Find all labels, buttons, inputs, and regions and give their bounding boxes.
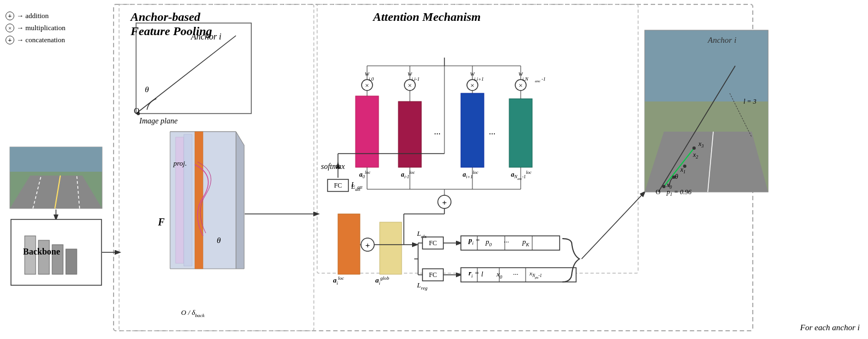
svg-marker-107 [645, 132, 768, 192]
svg-rect-2 [317, 4, 638, 273]
svg-text:FC: FC [334, 182, 342, 189]
backbone-label: Backbone [23, 247, 60, 257]
svg-text:w: w [408, 70, 412, 77]
delta-back-label: O / δback [181, 308, 205, 318]
svg-point-36 [515, 80, 526, 91]
o-plane-label: O [134, 107, 139, 116]
svg-line-11 [77, 176, 80, 208]
svg-text:w: w [365, 70, 369, 77]
svg-rect-7 [10, 147, 102, 172]
svg-point-113 [692, 146, 696, 150]
svg-line-104 [582, 192, 645, 259]
legend-addition-text: → addition [16, 10, 49, 22]
svg-rect-77 [380, 222, 402, 274]
legend-concatenation: + → concatenation [5, 34, 65, 46]
right-anchor-title: Anchor i [708, 36, 736, 45]
l-cls-label: Lcls [417, 229, 426, 239]
anchor-i-label: Anchor i [191, 32, 222, 42]
svg-text:i,N: i,N [522, 76, 529, 82]
svg-rect-29 [509, 99, 532, 167]
svg-rect-92 [422, 269, 443, 281]
svg-text:...: ... [489, 127, 495, 136]
for-each-label: For each anchor i [800, 323, 860, 332]
svg-marker-8 [10, 176, 102, 208]
svg-rect-17 [66, 249, 77, 274]
svg-rect-1 [119, 4, 314, 331]
xN-cell: xNpts-1 [529, 270, 542, 279]
p0-label: p0 [486, 238, 492, 247]
svg-line-4 [136, 36, 236, 114]
theta-feat-label: θ [217, 236, 221, 245]
svg-rect-0 [114, 4, 753, 331]
svg-rect-105 [645, 30, 768, 192]
attn-title: Attention Mechanism [373, 10, 481, 24]
svg-text:+: + [442, 198, 447, 207]
a-i-glob-label: aiglob [375, 275, 389, 286]
f-label: F [158, 217, 165, 228]
bar0-label: a0loc [351, 170, 379, 179]
svg-marker-19 [170, 132, 244, 145]
svg-marker-21 [170, 132, 236, 269]
legend-multiplication: × → multiplication [5, 22, 65, 34]
proj-label: proj. [173, 159, 187, 168]
svg-text:...: ... [434, 127, 441, 136]
svg-text:FC: FC [429, 271, 437, 279]
svg-text:anc: anc [535, 79, 541, 83]
svg-rect-71 [328, 179, 348, 191]
l-att-label: Latt [351, 182, 360, 192]
r-dots: ··· [513, 270, 518, 279]
svg-text:×: × [408, 81, 412, 89]
multiplication-icon: × [5, 24, 14, 32]
x3-label: x3 [698, 140, 704, 149]
svg-rect-15 [38, 240, 49, 274]
svg-text:+: + [365, 241, 370, 250]
svg-point-32 [404, 80, 415, 91]
o-right-label: O [656, 188, 661, 196]
svg-point-66 [438, 195, 451, 208]
theta-right-label: θ [675, 173, 678, 181]
svg-marker-24 [184, 134, 192, 266]
svg-line-10 [33, 176, 41, 208]
x1-label: x1 [680, 166, 686, 174]
svg-line-9 [55, 176, 60, 208]
p1-label: p1 = 0.96 [667, 188, 691, 197]
legend-concatenation-text: → concatenation [16, 34, 65, 46]
svg-rect-26 [356, 96, 379, 167]
svg-marker-20 [236, 132, 244, 269]
svg-rect-28 [461, 93, 484, 167]
theta-plane-label: θ [145, 85, 149, 94]
x2-label: x2 [693, 151, 698, 160]
svg-text:w: w [470, 70, 475, 77]
legend: + → addition × → multiplication + → conc… [5, 10, 65, 46]
svg-rect-106 [645, 101, 768, 192]
legend-multiplication-text: → multiplication [16, 22, 65, 34]
svg-point-30 [362, 80, 373, 91]
bar2-label: ai+1loc [455, 170, 486, 179]
svg-rect-27 [398, 101, 421, 167]
svg-marker-23 [176, 137, 184, 263]
svg-text:FC: FC [429, 239, 437, 247]
svg-rect-76 [338, 214, 360, 274]
svg-text:w: w [518, 70, 523, 77]
pK-label: pK [522, 238, 529, 247]
svg-text:-1: -1 [542, 76, 546, 82]
softmax-label: softmax [321, 162, 345, 171]
l-cell: l [481, 270, 483, 279]
l-reg-label: Lreg [417, 281, 427, 291]
svg-point-110 [662, 185, 666, 188]
svg-line-114 [658, 66, 735, 192]
l-right-label: l = 3 [743, 98, 756, 106]
svg-point-78 [361, 238, 374, 251]
svg-point-34 [467, 80, 478, 91]
svg-text:×: × [470, 81, 474, 89]
svg-rect-6 [10, 147, 102, 208]
svg-line-108 [708, 132, 713, 192]
svg-text:×: × [518, 81, 522, 89]
p-i-label: pi = [469, 236, 480, 246]
a-i-loc-label: ailoc [333, 275, 344, 286]
p-dots: ··· [504, 238, 509, 246]
svg-text:i,i-1: i,i-1 [412, 76, 420, 82]
legend-addition: + → addition [5, 10, 65, 22]
image-plane-label: Image plane [139, 117, 178, 126]
svg-text:i,0: i,0 [369, 76, 374, 82]
